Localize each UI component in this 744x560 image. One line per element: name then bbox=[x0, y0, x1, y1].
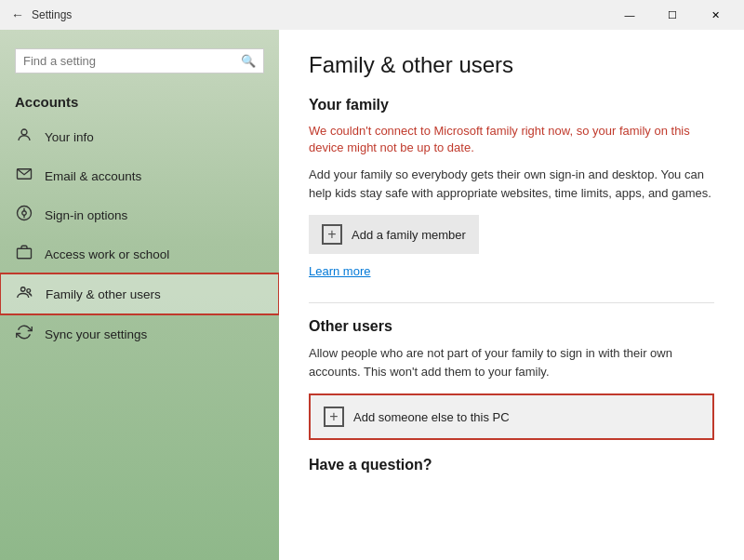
title-bar-left: ← Settings bbox=[11, 7, 72, 22]
have-a-question-section: Have a question? bbox=[309, 457, 714, 473]
svg-point-5 bbox=[27, 289, 31, 293]
your-info-icon bbox=[15, 127, 33, 147]
sidebar-item-family-label: Family & other users bbox=[46, 287, 161, 301]
search-box[interactable]: 🔍 bbox=[15, 48, 264, 73]
sidebar-item-email-label: Email & accounts bbox=[45, 169, 141, 183]
svg-rect-3 bbox=[18, 248, 32, 259]
have-a-question-title: Have a question? bbox=[309, 457, 714, 473]
family-desc-text: Add your family so everybody gets their … bbox=[309, 166, 714, 202]
svg-point-2 bbox=[22, 211, 27, 216]
add-family-member-label: Add a family member bbox=[352, 228, 466, 242]
email-icon bbox=[15, 166, 33, 186]
minimize-button[interactable]: — bbox=[608, 0, 651, 30]
sidebar-item-access-work[interactable]: Access work or school bbox=[0, 234, 279, 273]
title-bar: ← Settings — ☐ ✕ bbox=[0, 0, 744, 30]
sidebar-item-email-accounts[interactable]: Email & accounts bbox=[0, 156, 279, 195]
search-input[interactable] bbox=[23, 54, 241, 68]
work-icon bbox=[15, 244, 33, 264]
sidebar: 🔍 Accounts Your info Email & accounts bbox=[0, 30, 279, 560]
sidebar-header: 🔍 bbox=[0, 30, 279, 94]
family-error-text: We couldn't connect to Microsoft family … bbox=[309, 123, 714, 156]
search-icon: 🔍 bbox=[241, 54, 256, 68]
your-family-title: Your family bbox=[309, 97, 714, 113]
sync-icon bbox=[15, 324, 33, 344]
svg-point-0 bbox=[21, 129, 27, 135]
section-divider bbox=[309, 302, 714, 303]
sidebar-item-family-users[interactable]: Family & other users bbox=[0, 273, 279, 314]
other-users-title: Other users bbox=[309, 318, 714, 335]
add-someone-label: Add someone else to this PC bbox=[353, 410, 510, 424]
title-bar-title: Settings bbox=[32, 8, 72, 21]
sidebar-section-title: Accounts bbox=[0, 94, 279, 117]
add-someone-plus-icon: + bbox=[324, 407, 344, 427]
family-icon bbox=[16, 284, 34, 304]
back-button[interactable]: ← bbox=[11, 7, 24, 22]
sidebar-item-your-info[interactable]: Your info bbox=[0, 117, 279, 156]
learn-more-link[interactable]: Learn more bbox=[309, 264, 370, 278]
sidebar-item-sign-in-label: Sign-in options bbox=[45, 208, 127, 222]
add-someone-button[interactable]: + Add someone else to this PC bbox=[309, 393, 714, 440]
sidebar-item-access-work-label: Access work or school bbox=[45, 247, 169, 261]
sidebar-item-sign-in[interactable]: Sign-in options bbox=[0, 195, 279, 234]
add-family-plus-icon: + bbox=[322, 224, 342, 245]
sidebar-item-your-info-label: Your info bbox=[45, 130, 94, 144]
other-users-section: Other users Allow people who are not par… bbox=[309, 318, 714, 440]
sidebar-item-sync-label: Sync your settings bbox=[45, 327, 147, 341]
other-users-desc: Allow people who are not part of your fa… bbox=[309, 344, 714, 380]
add-family-member-button[interactable]: + Add a family member bbox=[309, 215, 479, 254]
app-body: 🔍 Accounts Your info Email & accounts bbox=[0, 30, 744, 560]
close-button[interactable]: ✕ bbox=[694, 0, 737, 30]
content-area: Family & other users Your family We coul… bbox=[279, 30, 744, 560]
maximize-button[interactable]: ☐ bbox=[651, 0, 694, 30]
sidebar-item-sync[interactable]: Sync your settings bbox=[0, 314, 279, 353]
sign-in-icon bbox=[15, 205, 33, 225]
svg-point-4 bbox=[21, 287, 26, 292]
title-bar-controls: — ☐ ✕ bbox=[608, 0, 737, 30]
your-family-section: Your family We couldn't connect to Micro… bbox=[309, 97, 714, 295]
page-title: Family & other users bbox=[309, 52, 714, 78]
